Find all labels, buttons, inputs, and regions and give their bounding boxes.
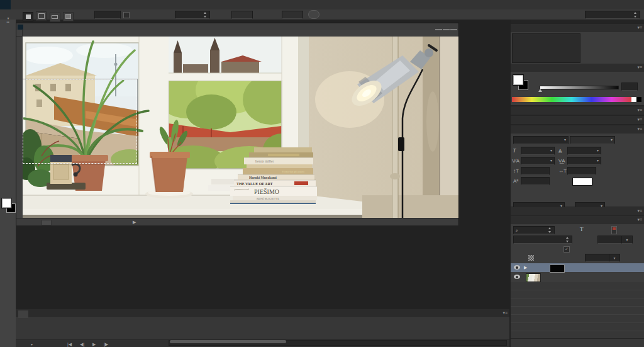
quick-mask-button[interactable]: [1, 225, 14, 233]
histogram-display: [512, 33, 580, 63]
panel-menu-icon[interactable]: ▾≡: [637, 108, 642, 113]
first-frame-button[interactable]: |◀: [67, 340, 72, 347]
spectrum-white-swatch[interactable]: [631, 97, 636, 102]
spectrum-black-swatch[interactable]: [636, 97, 641, 102]
layer-thumbnail[interactable]: [526, 273, 541, 282]
document-status-bar: ▶: [16, 218, 458, 225]
new-selection-button[interactable]: [23, 12, 33, 21]
k-slider[interactable]: [540, 86, 619, 89]
fill-input[interactable]: [585, 254, 610, 262]
layer-row-layer1[interactable]: [511, 273, 644, 282]
swap-colors-icon[interactable]: [1, 28, 14, 36]
svg-text:RENÉ MAGRITTE: RENÉ MAGRITTE: [257, 197, 279, 200]
foreground-color-swatch[interactable]: [513, 75, 523, 85]
blend-mode-dropdown[interactable]: [513, 236, 572, 244]
adjustments-tabbar: [511, 106, 644, 115]
add-to-selection-button[interactable]: [36, 11, 47, 21]
screen-mode-button[interactable]: [1, 236, 14, 244]
histogram-panel: ▾≡: [511, 24, 644, 67]
width-input[interactable]: [231, 11, 253, 19]
timeline-scrollbar-thumb[interactable]: [170, 340, 286, 343]
panel-menu-icon[interactable]: ▾≡: [637, 25, 642, 30]
layers-footer: [511, 338, 644, 347]
selection-mode-group: [23, 10, 74, 22]
tools-panel: ▪▪: [0, 20, 16, 347]
photoshop-logo: [0, 0, 11, 9]
subtract-from-selection-button[interactable]: [50, 13, 60, 22]
ruler-corner[interactable]: [16, 30, 23, 37]
panel-menu-icon[interactable]: ▾≡: [502, 310, 508, 316]
expand-arrow-icon[interactable]: ▶: [524, 265, 527, 270]
panel-menu-icon[interactable]: ▾≡: [637, 127, 642, 132]
font-style-dropdown[interactable]: ▾: [570, 136, 615, 144]
vertical-scale-input[interactable]: [521, 167, 550, 175]
lock-transparency-icon[interactable]: [528, 255, 534, 261]
propagate-checkbox[interactable]: ✓: [564, 246, 570, 253]
kerning-icon: V∕A: [512, 157, 519, 165]
foreground-color-swatch[interactable]: [2, 198, 11, 208]
antialias-checkbox[interactable]: [123, 12, 130, 18]
tracking-dropdown[interactable]: ▾: [567, 157, 601, 165]
kerning-dropdown[interactable]: ▾: [521, 157, 555, 165]
brush-panel: ▾≡: [511, 116, 644, 124]
layer-mask-thumbnail[interactable]: [550, 265, 565, 273]
style-dropdown[interactable]: [175, 11, 210, 19]
font-family-dropdown[interactable]: ▾: [513, 136, 569, 144]
status-widget: [42, 220, 52, 225]
animation-frames: [19, 317, 509, 339]
visibility-eye-icon[interactable]: [514, 275, 520, 279]
panel-menu-icon[interactable]: ▾≡: [637, 65, 642, 70]
loop-dropdown[interactable]: ▾: [31, 340, 33, 347]
visibility-eye-icon[interactable]: [514, 265, 520, 270]
leading-dropdown[interactable]: ▾: [567, 147, 601, 155]
k-value-input[interactable]: [621, 82, 638, 91]
refine-edge-button[interactable]: [308, 10, 319, 19]
layers-panel: ▾≡ ⌕ T ▾ ✓: [511, 216, 644, 347]
tracking-icon: V͟A: [558, 157, 565, 165]
play-button[interactable]: ▶: [92, 340, 96, 347]
character-panel: ▾≡ ▾ ▾ 𝙏 ▾ A̲ ▾ V∕A ▾ V͟A ▾ ↕T ↔T Aª: [511, 125, 644, 207]
baseline-shift-icon: Aª: [513, 177, 518, 185]
layers-tabbar: [511, 216, 644, 224]
color-spectrum-ramp[interactable]: [512, 97, 631, 102]
status-menu-arrow-icon[interactable]: ▶: [133, 219, 136, 225]
opacity-dropdown-button[interactable]: ▾: [621, 236, 633, 244]
previous-frame-button[interactable]: ◀|: [80, 340, 84, 347]
svg-text:PIEŠIMO: PIEŠIMO: [254, 188, 279, 195]
color-panel: ▾≡: [511, 64, 644, 105]
leading-icon: A̲: [558, 147, 562, 155]
fill-dropdown-button[interactable]: ▾: [609, 254, 620, 262]
layers-empty-area: [511, 282, 644, 338]
text-color-swatch[interactable]: [572, 178, 592, 186]
menu-bar: [0, 0, 644, 10]
filter-type-layers-icon[interactable]: T: [580, 226, 584, 232]
layer-row-group1[interactable]: ▶: [511, 263, 644, 272]
toolbar-collapse-icon[interactable]: ▪▪: [0, 20, 16, 25]
svg-text:henry miller: henry miller: [255, 159, 274, 163]
workspace-dropdown[interactable]: [585, 11, 640, 19]
document-icon: [18, 25, 23, 30]
next-frame-button[interactable]: |▶: [104, 340, 108, 347]
panel-menu-icon[interactable]: ▾≡: [637, 208, 642, 213]
selection-marquee[interactable]: [23, 79, 137, 164]
svg-text:Haruki Murakami: Haruki Murakami: [249, 176, 277, 179]
spinner-icon: [633, 12, 638, 18]
document-window: –□✕: [16, 23, 459, 225]
canvas[interactable]: henry miller Victorian pleasure Haruki M…: [23, 37, 458, 218]
panel-menu-icon[interactable]: ▾≡: [637, 117, 642, 122]
font-size-dropdown[interactable]: ▾: [521, 147, 555, 155]
horizontal-scale-input[interactable]: [567, 167, 596, 175]
panel-menu-icon[interactable]: ▾≡: [637, 217, 642, 222]
intersect-selection-button[interactable]: [63, 12, 74, 21]
height-input[interactable]: [282, 11, 303, 19]
feather-input[interactable]: [94, 11, 121, 19]
options-bar: ▾: [0, 9, 644, 20]
layer-filter-dropdown[interactable]: ⌕: [513, 226, 555, 234]
color-swatch-pair: [2, 198, 14, 215]
photoshop-app: { "app": { "logo": "Ps", "menus": ["File…: [0, 0, 644, 347]
k-slider-thumb[interactable]: [538, 89, 542, 92]
filter-toggle-switch[interactable]: [611, 226, 617, 234]
vertical-scale-icon: ↕T: [513, 167, 519, 175]
opacity-input[interactable]: [597, 236, 623, 244]
baseline-shift-input[interactable]: [521, 177, 550, 185]
